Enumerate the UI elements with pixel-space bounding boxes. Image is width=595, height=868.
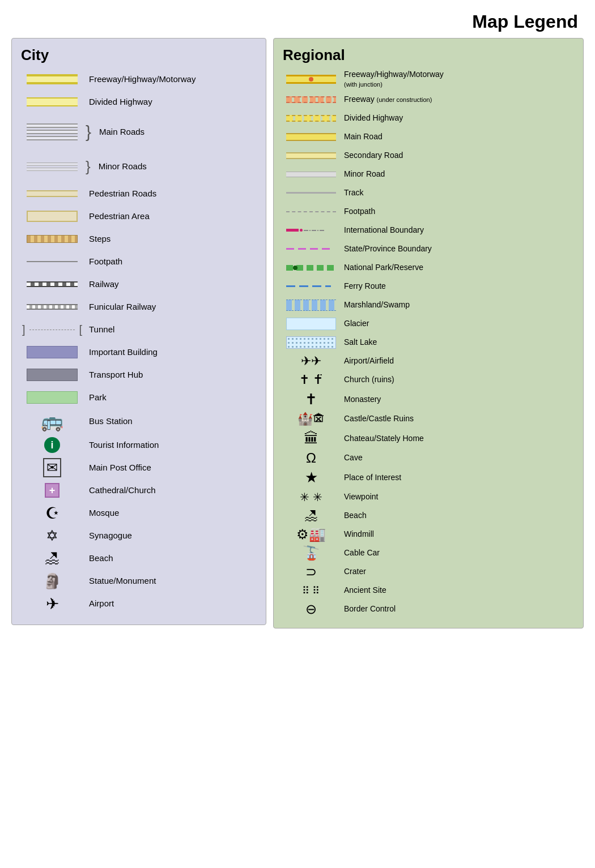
reg-crater-icon: ⊃ xyxy=(305,564,317,580)
airport-icon: ✈ xyxy=(46,595,59,613)
list-item: } Main Roads xyxy=(21,115,257,149)
city-railway-label: Railway xyxy=(89,279,119,289)
list-item: Important Building xyxy=(21,343,257,362)
list-item: Footpath xyxy=(283,204,574,220)
reg-track-label: Track xyxy=(344,188,363,198)
list-item: Secondary Road xyxy=(283,148,574,164)
list-item: State/Province Boundary xyxy=(283,241,574,257)
city-divided-label: Divided Highway xyxy=(89,97,152,107)
reg-viewpoint-icon: ✳ ✳ xyxy=(300,490,322,504)
reg-castle-icon: 🏰🏚 xyxy=(298,412,325,426)
reg-monastery-label: Monastery xyxy=(344,395,381,404)
list-item: Minor Road xyxy=(283,166,574,182)
list-item: Steps xyxy=(21,229,257,249)
city-mainroads-label: Main Roads xyxy=(99,127,144,137)
list-item: ✈ Airport xyxy=(21,594,257,613)
reg-border-label: Border Control xyxy=(344,604,396,614)
city-park-label: Park xyxy=(89,392,107,403)
city-beach-label: Beach xyxy=(89,553,113,563)
list-item: ⊃ Crater xyxy=(283,564,574,580)
city-bus-station-label: Bus Station xyxy=(89,416,133,426)
reg-freeway-const-label: Freeway (under construction) xyxy=(344,95,432,104)
city-tourist-info-label: Tourist Information xyxy=(89,440,159,450)
bus-icon: 🚌 xyxy=(41,411,63,432)
reg-chateau-icon: 🏛 xyxy=(304,430,318,447)
city-ped-roads-label: Pedestrian Roads xyxy=(89,189,156,199)
regional-panel: Regional Freeway/Highway/Motorway(with j… xyxy=(273,38,584,628)
synagogue-icon: ✡ xyxy=(46,527,58,545)
city-mosque-label: Mosque xyxy=(89,508,119,518)
list-item: Main Road xyxy=(283,129,574,145)
reg-cave-label: Cave xyxy=(344,453,363,463)
reg-ancient-label: Ancient Site xyxy=(344,585,386,595)
reg-secondary-label: Secondary Road xyxy=(344,151,403,160)
list-item: ✳ ✳ Viewpoint xyxy=(283,489,574,505)
reg-ancient-icon: ⠿ ⠿ xyxy=(302,584,320,597)
list-item: ✡ Synagogue xyxy=(21,526,257,545)
list-item: 🚌 Bus Station xyxy=(21,411,257,432)
mosque-icon: ☪ xyxy=(45,504,60,523)
reg-minor-label: Minor Road xyxy=(344,169,385,179)
list-item: Pedestrian Area xyxy=(21,207,257,226)
reg-monastery-icon: ✝ xyxy=(305,391,317,408)
city-minorroads-label: Minor Roads xyxy=(99,161,147,172)
list-item: ✉ Main Post Office xyxy=(21,458,257,477)
list-item: Ω Cave xyxy=(283,450,574,466)
list-item: Divided Highway xyxy=(283,110,574,126)
reg-cablecar-icon: 🚡 xyxy=(303,545,320,561)
reg-freeway-label: Freeway/Highway/Motorway(with junction) xyxy=(344,70,444,89)
list-item: ★ Place of Interest xyxy=(283,469,574,486)
list-item: i Tourist Information xyxy=(21,435,257,455)
list-item: International Boundary xyxy=(283,223,574,238)
statue-icon: 🗿 xyxy=(43,572,61,590)
cathedral-icon: + xyxy=(45,483,60,498)
reg-divided-label: Divided Highway xyxy=(344,113,403,123)
page-title: Map Legend xyxy=(11,11,584,32)
list-item: Funicular Railway xyxy=(21,297,257,317)
reg-church-label: Church (ruins) xyxy=(344,375,394,384)
city-steps-label: Steps xyxy=(89,234,110,244)
reg-windmill-icon: ⚙🏭 xyxy=(296,527,326,542)
reg-beach-label: Beach xyxy=(344,511,367,520)
info-icon: i xyxy=(44,437,60,453)
reg-natpark-label: National Park/Reserve xyxy=(344,263,423,272)
list-item: + Cathedral/Church xyxy=(21,481,257,500)
city-ped-area-label: Pedestrian Area xyxy=(89,211,150,221)
list-item: ⠿ ⠿ Ancient Site xyxy=(283,583,574,598)
list-item: Freeway/Highway/Motorway(with junction) xyxy=(283,70,574,89)
list-item: Marshland/Swamp xyxy=(283,297,574,313)
city-important-building-label: Important Building xyxy=(89,347,158,357)
list-item: Railway xyxy=(21,275,257,294)
list-item: 🏰🏚 Castle/Castle Ruins xyxy=(283,411,574,427)
post-office-icon: ✉ xyxy=(43,458,61,477)
reg-intl-boundary-label: International Boundary xyxy=(344,225,424,235)
list-item: Glacier xyxy=(283,316,574,332)
list-item: ✝ ✝̈ Church (ruins) xyxy=(283,372,574,388)
reg-airport-icon: ✈✈ xyxy=(301,354,321,369)
list-item: Transport Hub xyxy=(21,365,257,384)
list-item: Pedestrian Roads xyxy=(21,184,257,203)
city-section-title: City xyxy=(21,46,257,64)
city-cathedral-label: Cathedral/Church xyxy=(89,485,156,495)
list-item: Park xyxy=(21,388,257,407)
reg-cablecar-label: Cable Car xyxy=(344,548,380,558)
list-item: 🗿 Statue/Monument xyxy=(21,571,257,591)
city-statue-label: Statue/Monument xyxy=(89,576,156,586)
regional-section-title: Regional xyxy=(283,46,574,64)
city-transport-hub-label: Transport Hub xyxy=(89,370,143,380)
reg-border-icon: ⊖ xyxy=(305,601,317,617)
list-item: } Minor Roads xyxy=(21,152,257,181)
reg-viewpoint-label: Viewpoint xyxy=(344,492,378,502)
list-item: ✈✈ Airport/Airfield xyxy=(283,353,574,369)
list-item: Track xyxy=(283,185,574,201)
list-item: ⚙🏭 Windmill xyxy=(283,527,574,542)
list-item: ☪ Mosque xyxy=(21,503,257,523)
city-funicular-label: Funicular Railway xyxy=(89,302,156,312)
city-airport-label: Airport xyxy=(89,598,114,609)
list-item: 🏛 Chateau/Stately Home xyxy=(283,430,574,447)
reg-crater-label: Crater xyxy=(344,567,366,576)
reg-castle-label: Castle/Castle Ruins xyxy=(344,414,414,424)
reg-poi-label: Place of Interest xyxy=(344,473,401,482)
reg-state-boundary-label: State/Province Boundary xyxy=(344,244,432,254)
reg-footpath-label: Footpath xyxy=(344,207,375,216)
